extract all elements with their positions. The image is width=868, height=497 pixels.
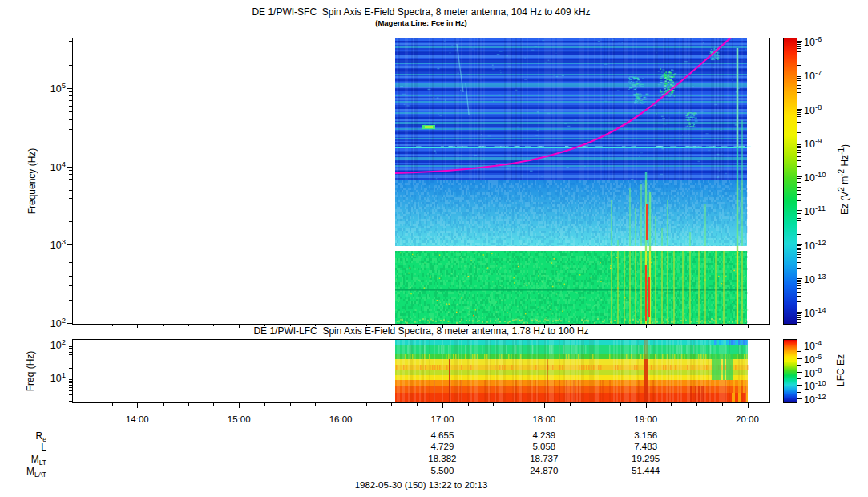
colorbar-minor-tick xyxy=(797,190,801,191)
colorbar-minor-tick xyxy=(797,262,801,263)
x-axis-tick xyxy=(188,324,189,326)
x-axis-hour-label: 14:00 xyxy=(119,414,155,424)
x-axis-tick xyxy=(671,402,672,406)
x-axis-tick xyxy=(493,402,494,406)
colorbar-minor-tick xyxy=(797,268,801,269)
y-axis-minor-tick xyxy=(69,346,72,347)
colorbar-minor-tick xyxy=(797,122,801,123)
annotation-value: 5.500 xyxy=(414,466,470,475)
y-axis-minor-tick xyxy=(69,285,72,286)
colorbar-minor-tick xyxy=(797,224,801,224)
colorbar-minor-tick xyxy=(797,65,801,66)
colorbar-tick-label: 10-13 xyxy=(804,272,826,285)
y-axis-tick-label: 102 xyxy=(29,337,66,351)
colorbar-minor-tick xyxy=(797,116,801,117)
y-axis-minor-tick xyxy=(69,362,72,362)
y-axis-minor-tick xyxy=(69,51,72,51)
x-axis-tick xyxy=(213,324,214,326)
sfc-subtitle: (Magenta Line: Fce in Hz) xyxy=(72,18,770,27)
x-axis-tick xyxy=(696,324,697,326)
lfc-spectrogram-canvas xyxy=(73,340,769,402)
colorbar-minor-tick xyxy=(797,288,801,289)
y-axis-minor-tick xyxy=(69,269,72,269)
annotation-value: 4.729 xyxy=(414,442,470,451)
x-axis-tick xyxy=(264,402,265,406)
y-axis-minor-tick xyxy=(69,354,72,355)
annotation-value: 7.483 xyxy=(618,442,674,451)
lfc-spectrogram-panel xyxy=(72,339,770,403)
x-axis-tick xyxy=(544,402,545,408)
y-axis-minor-tick xyxy=(69,179,72,180)
lfc-colorbar xyxy=(783,339,797,403)
colorbar-minor-tick xyxy=(797,44,801,45)
colorbar-minor-tick xyxy=(797,319,801,320)
exponent: -11 xyxy=(815,204,826,212)
exponent: -6 xyxy=(815,352,822,361)
y-axis-minor-tick xyxy=(69,350,72,350)
exponent: -10 xyxy=(815,170,826,179)
x-axis-tick xyxy=(519,402,519,406)
x-axis-tick xyxy=(213,402,214,406)
colorbar-minor-tick xyxy=(797,146,801,147)
annotation-row-label: MLT xyxy=(13,454,46,467)
colorbar-minor-tick xyxy=(797,180,801,180)
colorbar-minor-tick xyxy=(797,315,801,316)
colorbar-tick xyxy=(797,75,802,75)
colorbar-tick xyxy=(797,358,802,359)
colorbar-minor-tick xyxy=(797,218,801,219)
y-axis-minor-tick xyxy=(69,257,72,257)
colorbar-minor-tick xyxy=(797,392,801,393)
colorbar-minor-tick xyxy=(797,254,801,255)
y-axis-tick-label: 103 xyxy=(29,237,66,251)
colorbar-minor-tick xyxy=(797,216,801,216)
y-axis-minor-tick xyxy=(69,106,72,107)
colorbar-tick xyxy=(797,312,802,313)
colorbar-minor-tick xyxy=(797,178,801,179)
exponent: 5 xyxy=(62,81,66,90)
colorbar-minor-tick xyxy=(797,78,801,79)
x-axis-tick xyxy=(646,402,647,408)
x-axis-tick xyxy=(188,402,189,406)
x-axis-tick xyxy=(595,402,595,406)
colorbar-minor-tick xyxy=(797,127,801,127)
y-axis-minor-tick xyxy=(69,111,72,112)
colorbar-minor-tick xyxy=(797,296,801,297)
colorbar-minor-tick xyxy=(797,59,801,59)
x-axis-tick xyxy=(671,324,672,326)
y-axis-tick xyxy=(67,378,72,378)
y-axis-minor-tick xyxy=(69,262,72,263)
colorbar-minor-tick xyxy=(797,182,801,183)
y-axis-minor-tick xyxy=(69,95,72,96)
x-axis-tick xyxy=(87,324,87,326)
x-axis-hour-label: 15:00 xyxy=(221,414,256,424)
colorbar-tick xyxy=(797,143,802,143)
colorbar-minor-tick xyxy=(797,365,801,366)
spectrogram-figure: DE 1/PWI-SFC Spin Axis E-Field Spectra, … xyxy=(0,0,868,497)
colorbar-minor-tick xyxy=(797,228,801,228)
y-axis-minor-tick xyxy=(69,394,72,395)
annotation-value: 51.444 xyxy=(618,466,674,475)
x-axis-tick xyxy=(493,324,494,326)
colorbar-minor-tick xyxy=(797,83,801,83)
exponent: 2 xyxy=(837,187,846,192)
x-axis-tick xyxy=(417,324,418,326)
x-axis-tick xyxy=(696,402,697,406)
colorbar-tick xyxy=(797,176,802,177)
exponent: -8 xyxy=(815,366,822,374)
colorbar-minor-tick xyxy=(797,187,801,188)
y-axis-tick-label: 101 xyxy=(29,370,66,384)
x-axis-hour-label: 19:00 xyxy=(628,414,664,424)
annotation-row-label: MLAT xyxy=(13,466,46,479)
colorbar-minor-tick xyxy=(797,147,801,148)
exponent: 4 xyxy=(62,160,66,168)
colorbar-tick xyxy=(797,244,802,245)
lfc-colorbar-unit-label: LFC Ez xyxy=(835,354,846,386)
x-axis-tick xyxy=(646,324,647,328)
exponent: -4 xyxy=(815,338,822,347)
y-axis-minor-tick xyxy=(69,174,72,175)
x-axis-tick xyxy=(112,324,113,326)
x-axis-tick xyxy=(112,402,113,406)
exponent: -14 xyxy=(815,305,826,314)
colorbar-minor-tick xyxy=(797,212,801,212)
exponent: -12 xyxy=(815,238,826,247)
